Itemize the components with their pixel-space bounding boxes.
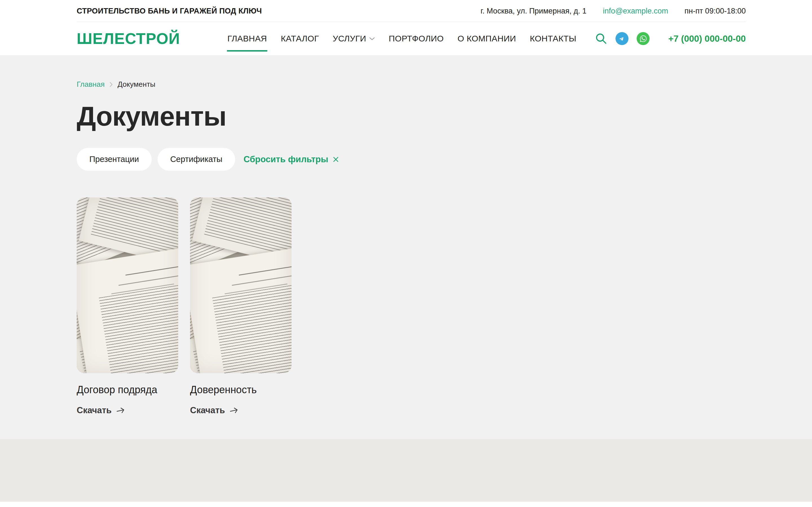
- topbar: СТРОИТЕЛЬСТВО БАНЬ И ГАРАЖЕЙ ПОД КЛЮЧ г.…: [0, 0, 812, 22]
- page-graphic: [77, 309, 178, 373]
- nav-item-home[interactable]: ГЛАВНАЯ: [227, 34, 267, 43]
- nav-item-contacts-label: КОНТАКТЫ: [530, 34, 576, 43]
- nav-item-catalog-label: КАТАЛОГ: [281, 34, 319, 43]
- breadcrumb: Главная Документы: [77, 80, 746, 89]
- filter-chip-certificates[interactable]: Сертификаты: [158, 148, 235, 171]
- header-actions: +7 (000) 000-00-00: [595, 32, 746, 45]
- filters-bar: Презентации Сертификаты Сбросить фильтры: [77, 148, 746, 171]
- document-image[interactable]: [77, 198, 178, 373]
- document-card: Доверенность Скачать: [190, 198, 292, 415]
- chevron-down-icon: [369, 37, 375, 41]
- whatsapp-link[interactable]: [637, 32, 650, 45]
- working-hours-text: пн-пт 09:00-18:00: [684, 7, 746, 15]
- document-card: Договор подряда Скачать: [77, 198, 178, 415]
- document-title: Доверенность: [190, 384, 292, 396]
- main-nav: ГЛАВНАЯ КАТАЛОГ УСЛУГИ ПОРТФОЛИО О КОМПА…: [227, 34, 576, 43]
- breadcrumb-home-link[interactable]: Главная: [77, 80, 105, 89]
- download-link[interactable]: Скачать: [77, 405, 125, 415]
- tagline-text: СТРОИТЕЛЬСТВО БАНЬ И ГАРАЖЕЙ ПОД КЛЮЧ: [77, 7, 262, 15]
- search-button[interactable]: [595, 33, 607, 45]
- nav-item-portfolio[interactable]: ПОРТФОЛИО: [389, 34, 444, 43]
- document-title: Договор подряда: [77, 384, 178, 396]
- nav-item-catalog[interactable]: КАТАЛОГ: [281, 34, 319, 43]
- page-graphic: [192, 198, 292, 273]
- download-label: Скачать: [77, 405, 112, 415]
- nav-item-services[interactable]: УСЛУГИ: [333, 34, 375, 43]
- logo[interactable]: ШЕЛЕСТРОЙ: [77, 30, 180, 48]
- phone-link[interactable]: +7 (000) 000-00-00: [668, 34, 746, 44]
- email-link[interactable]: info@example.com: [603, 7, 668, 15]
- page-graphic: [77, 198, 178, 277]
- telegram-icon: [618, 35, 625, 43]
- nav-item-portfolio-label: ПОРТФОЛИО: [389, 34, 444, 43]
- reset-filters-button[interactable]: Сбросить фильтры: [244, 154, 340, 165]
- close-icon: [333, 156, 339, 163]
- page-graphic: [77, 244, 178, 373]
- site-header: СТРОИТЕЛЬСТВО БАНЬ И ГАРАЖЕЙ ПОД КЛЮЧ г.…: [0, 0, 812, 55]
- arrow-right-icon: [115, 406, 126, 415]
- main-content: Главная Документы Документы Презентации …: [0, 55, 812, 439]
- filter-chip-presentations[interactable]: Презентации: [77, 148, 152, 171]
- page-graphic: [77, 250, 146, 373]
- download-link[interactable]: Скачать: [190, 405, 239, 415]
- page-graphic: [190, 244, 292, 373]
- nav-item-home-label: ГЛАВНАЯ: [227, 34, 267, 43]
- nav-item-contacts[interactable]: КОНТАКТЫ: [530, 34, 576, 43]
- chevron-right-icon: [109, 82, 113, 87]
- whatsapp-icon: [640, 35, 647, 43]
- nav-item-services-label: УСЛУГИ: [333, 34, 366, 43]
- search-icon: [595, 33, 607, 45]
- address-text: г. Москва, ул. Примерная, д. 1: [481, 7, 587, 15]
- reset-filters-label: Сбросить фильтры: [244, 154, 328, 165]
- download-label: Скачать: [190, 405, 225, 415]
- page-graphic: [190, 309, 292, 373]
- page-graphic: [79, 198, 178, 273]
- footer: [0, 439, 812, 502]
- page-graphic: [190, 198, 292, 277]
- telegram-link[interactable]: [615, 32, 628, 45]
- nav-item-about-label: О КОМПАНИИ: [458, 34, 516, 43]
- page-title: Документы: [77, 103, 746, 130]
- nav-item-about[interactable]: О КОМПАНИИ: [458, 34, 516, 43]
- arrow-right-icon: [229, 406, 239, 415]
- documents-grid: Договор подряда Скачать Доверенность Ска…: [77, 198, 746, 415]
- page-graphic: [190, 250, 259, 373]
- topbar-contacts: г. Москва, ул. Примерная, д. 1 info@exam…: [481, 7, 746, 15]
- breadcrumb-current: Документы: [117, 80, 155, 89]
- document-image[interactable]: [190, 198, 292, 373]
- main-header-row: ШЕЛЕСТРОЙ ГЛАВНАЯ КАТАЛОГ УСЛУГИ ПОРТФОЛ…: [0, 22, 812, 55]
